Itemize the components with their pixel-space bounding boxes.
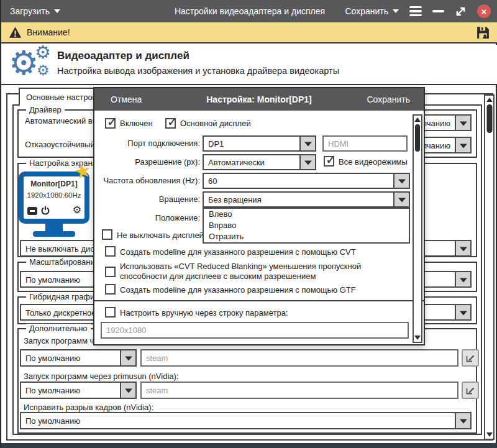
- enabled-checkbox[interactable]: ✓: [105, 118, 116, 129]
- manual-mode-input[interactable]: [101, 322, 409, 339]
- rotation-option[interactable]: Отразить: [204, 231, 409, 242]
- rotation-option[interactable]: Вправо: [204, 220, 409, 231]
- enabled-label: Включен: [120, 119, 153, 128]
- dialog-scrollbar[interactable]: [413, 114, 422, 343]
- edit-icon[interactable]: [462, 382, 479, 399]
- chevron-down-icon: [393, 193, 409, 206]
- title-bar-actions: Сохранить ×: [345, 0, 491, 22]
- chevron-down-icon: [393, 174, 409, 188]
- save-menu-label: Сохранить: [345, 6, 388, 16]
- chevron-down-icon: [455, 138, 470, 152]
- scrollbar-thumb[interactable]: [415, 124, 420, 152]
- scroll-up-icon[interactable]: [486, 98, 493, 102]
- port-custom-input[interactable]: [322, 135, 408, 152]
- all-modes-checkbox[interactable]: ✓: [324, 156, 334, 167]
- power-icon[interactable]: [40, 206, 50, 218]
- monitor-stand-base: [33, 231, 75, 237]
- dialog-save-button[interactable]: Сохранить: [367, 94, 410, 104]
- maximize-icon[interactable]: [455, 6, 467, 17]
- monitor-settings-dialog: Отмена Настройка: Monitor[DP1] Сохранить…: [93, 87, 425, 345]
- gtf-label: Создать modeline для указанного разрешен…: [120, 285, 356, 295]
- primary-display-label: Основной дисплей: [180, 119, 251, 128]
- chevron-down-icon: [455, 305, 470, 319]
- title-bar: Загрузить Настройки видеоадаптера и дисп…: [1, 0, 497, 22]
- primary-display-checkbox[interactable]: ✓: [165, 118, 176, 129]
- disable-display-icon[interactable]: [27, 207, 37, 215]
- primus-label: Запуск программ через primusun (nVidia):: [24, 372, 178, 381]
- frequency-select[interactable]: 60: [203, 173, 410, 189]
- gtf-checkbox[interactable]: [105, 284, 116, 295]
- frequency-value: 60: [208, 176, 217, 186]
- edit-icon[interactable]: [462, 349, 479, 367]
- tearing-value: По умолчанию: [25, 416, 80, 426]
- gears-icon: ⚙ ⚙ ⚙: [9, 45, 53, 83]
- chevron-down-icon: [455, 241, 470, 255]
- chevron-down-icon: [393, 9, 399, 13]
- port-value: DP1: [208, 139, 224, 149]
- monitor-mode: 1920x1080:60Hz: [24, 191, 84, 199]
- bottom-bar: [1, 443, 497, 448]
- frequency-label: Частота обновления (Hz):: [94, 176, 200, 185]
- manual-label: Настроить вручную через строку параметра…: [120, 308, 288, 318]
- minimize-icon[interactable]: [432, 10, 444, 12]
- port-label: Порт подключения:: [94, 139, 200, 148]
- manual-checkbox[interactable]: [105, 307, 116, 318]
- cvt-checkbox[interactable]: [105, 246, 116, 257]
- chevron-down-icon: [299, 155, 315, 169]
- position-label: Положение:: [94, 213, 200, 222]
- keep-display-label: Не выключать дисплей: [117, 231, 204, 240]
- scroll-up-icon[interactable]: [414, 117, 421, 122]
- main-scrollbar[interactable]: [484, 94, 495, 440]
- primus-value: По умолчанию: [25, 386, 80, 395]
- additional-legend: Дополнительно: [26, 324, 91, 333]
- tab-main-settings[interactable]: Основные настройк: [19, 88, 94, 106]
- all-modes-label: Все видеорежимы: [339, 157, 408, 167]
- rotation-options-list: Влево Вправо Отразить: [203, 208, 410, 244]
- optirun-app-input[interactable]: [140, 349, 458, 367]
- page-title: Видеоадаптер и дисплей: [57, 50, 189, 62]
- keep-display-checkbox[interactable]: [102, 229, 112, 240]
- check-icon: ✓: [167, 114, 178, 129]
- warning-text: Внимание!: [27, 27, 70, 37]
- check-icon: ✓: [107, 114, 117, 129]
- chevron-down-icon: [455, 413, 470, 428]
- resolution-select[interactable]: Автоматически: [203, 154, 316, 170]
- settings-gear-icon[interactable]: ⚙: [73, 205, 81, 215]
- warning-icon: [9, 26, 22, 39]
- cvt-rb-label: Использовать «CVT Reduced Blanking» умен…: [120, 262, 411, 281]
- optirun-select[interactable]: По умолчанию: [20, 349, 137, 367]
- chevron-down-icon: [455, 116, 470, 130]
- cvt-rb-checkbox[interactable]: [105, 267, 116, 277]
- resolution-value: Автоматически: [208, 158, 265, 167]
- dialog-header: Отмена Настройка: Monitor[DP1] Сохранить: [94, 88, 424, 111]
- auto-driver-label: Автоматический выб: [25, 116, 103, 126]
- rotation-value: Без вращения: [208, 195, 262, 204]
- rotation-label: Вращение:: [94, 194, 200, 204]
- rotation-option[interactable]: Влево: [204, 209, 409, 220]
- tearing-select[interactable]: По умолчанию: [20, 412, 472, 429]
- scroll-down-icon[interactable]: [486, 432, 493, 437]
- tearing-label: Исправить разрыв кадров (nVidia):: [24, 403, 153, 412]
- rotation-select[interactable]: Без вращения: [203, 191, 410, 208]
- page-subtitle: Настройка вывода изображения и установка…: [57, 66, 339, 76]
- menu-icon[interactable]: [409, 6, 422, 17]
- save-file-icon[interactable]: [475, 25, 491, 40]
- check-icon: ✓: [326, 152, 336, 167]
- chevron-down-icon: [120, 350, 135, 365]
- close-icon[interactable]: ×: [477, 4, 491, 18]
- primus-app-input[interactable]: [140, 382, 458, 399]
- chevron-down-icon: [120, 383, 135, 398]
- dialog-separator: [94, 300, 424, 301]
- app-window: Загрузить Настройки видеоадаптера и дисп…: [0, 0, 497, 448]
- driver-legend: Драйвер: [26, 105, 65, 114]
- port-select[interactable]: DP1: [203, 135, 316, 152]
- chevron-down-icon: [455, 272, 470, 286]
- scaling-value: По умолчанию: [25, 275, 80, 284]
- primus-select[interactable]: По умолчанию: [20, 382, 137, 399]
- scroll-down-icon[interactable]: [414, 336, 421, 340]
- optirun-value: По умолчанию: [25, 354, 80, 363]
- warning-bar: Внимание!: [1, 22, 497, 43]
- save-menu-button[interactable]: Сохранить: [345, 6, 399, 16]
- cvt-label: Создать modeline для указанного разрешен…: [120, 247, 356, 257]
- scrollbar-thumb[interactable]: [486, 104, 492, 133]
